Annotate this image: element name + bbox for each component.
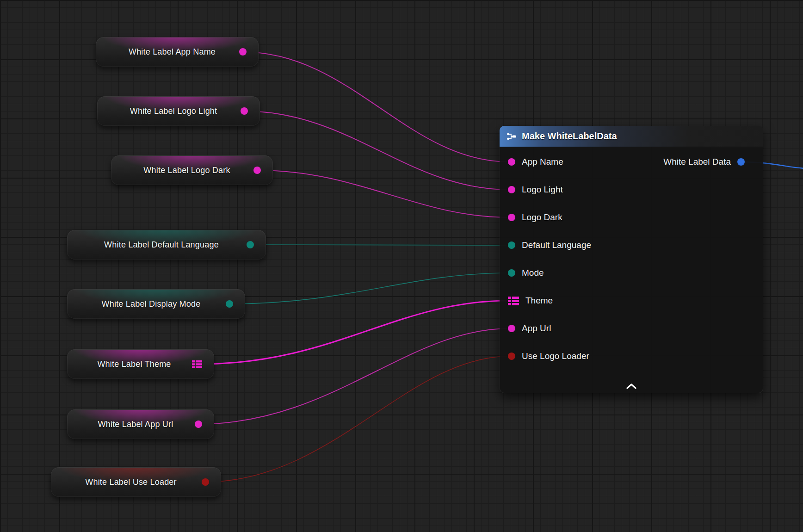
string-pin-icon xyxy=(239,48,247,56)
node-white-label-logo-dark[interactable]: White Label Logo Dark xyxy=(111,155,273,185)
string-pin-icon xyxy=(508,186,515,193)
node-white-label-app-url[interactable]: White Label App Url xyxy=(67,409,214,439)
pin-label: App Url xyxy=(522,323,551,334)
pin-default-language-input[interactable] xyxy=(508,241,515,249)
output-row-white-label-data: White Label Data xyxy=(663,148,763,176)
node-header[interactable]: Make WhiteLabelData xyxy=(500,126,763,147)
input-pin-list: App Name Logo Light Logo Dark Default La… xyxy=(500,148,763,370)
node-make-whitelabeldata[interactable]: Make WhiteLabelData App Name Logo Light … xyxy=(500,126,763,393)
input-row-logo-dark: Logo Dark xyxy=(500,204,763,231)
string-pin-icon xyxy=(508,158,515,166)
pin-app-name-input[interactable] xyxy=(508,158,515,166)
wire-display-mode[interactable] xyxy=(229,273,510,304)
make-struct-icon xyxy=(506,131,517,142)
node-white-label-app-name[interactable]: White Label App Name xyxy=(96,37,259,67)
pin-logo-dark-input[interactable] xyxy=(508,214,515,221)
input-row-use-logo-loader: Use Logo Loader xyxy=(500,342,763,370)
pin-label: Use Logo Loader xyxy=(522,351,589,361)
string-pin-icon xyxy=(253,167,261,174)
pin-white-label-use-loader-output[interactable] xyxy=(202,478,209,486)
pin-label: App Name xyxy=(522,157,563,167)
input-row-logo-light: Logo Light xyxy=(500,176,763,204)
pin-logo-light-input[interactable] xyxy=(508,186,515,193)
pin-white-label-theme-output[interactable] xyxy=(192,360,202,368)
pin-label: Theme xyxy=(525,296,553,306)
pin-mode-input[interactable] xyxy=(508,269,515,277)
object-pin-icon xyxy=(737,158,745,166)
pin-white-label-display-mode-output[interactable] xyxy=(226,300,233,308)
pin-label: Logo Light xyxy=(522,185,563,195)
node-label: White Label Logo Dark xyxy=(111,166,249,175)
pin-label: White Label Data xyxy=(663,157,731,167)
wire-app-name[interactable] xyxy=(242,52,510,162)
chevron-up-icon xyxy=(626,383,637,389)
node-white-label-use-loader[interactable]: White Label Use Loader xyxy=(51,467,221,497)
node-label: White Label App Url xyxy=(67,420,190,429)
collapse-node-button[interactable] xyxy=(621,380,642,391)
node-label: White Label Default Language xyxy=(67,240,242,250)
string-pin-icon xyxy=(195,421,202,428)
string-pin-icon xyxy=(508,325,515,332)
wire-app-url[interactable] xyxy=(198,328,510,424)
pin-white-label-logo-dark-output[interactable] xyxy=(253,167,261,174)
node-white-label-logo-light[interactable]: White Label Logo Light xyxy=(97,96,260,126)
enum-pin-icon xyxy=(226,300,233,308)
wire-logo-dark[interactable] xyxy=(256,170,510,217)
wire-logo-light[interactable] xyxy=(243,111,510,190)
pin-theme-input[interactable] xyxy=(508,297,519,305)
input-row-mode: Mode xyxy=(500,259,763,287)
pin-use-logo-loader-input[interactable] xyxy=(508,353,515,360)
input-row-app-url: App Url xyxy=(500,315,763,342)
pin-white-label-data-output[interactable] xyxy=(737,158,745,166)
node-white-label-theme[interactable]: White Label Theme xyxy=(67,349,214,379)
pin-label: Default Language xyxy=(522,240,591,250)
pin-white-label-default-language-output[interactable] xyxy=(247,241,254,248)
wire-default-language[interactable] xyxy=(249,245,510,245)
struct-pin-icon xyxy=(508,297,519,305)
struct-pin-icon xyxy=(192,360,202,368)
node-label: White Label Logo Light xyxy=(97,106,236,116)
pin-white-label-app-url-output[interactable] xyxy=(195,421,202,428)
wire-theme[interactable] xyxy=(200,301,508,364)
bool-pin-icon xyxy=(202,478,209,486)
node-label: White Label Display Mode xyxy=(67,299,221,309)
pin-label: Logo Dark xyxy=(522,212,562,223)
input-row-theme: Theme xyxy=(500,287,763,315)
blueprint-canvas[interactable]: White Label App Name White Label Logo Li… xyxy=(0,0,803,532)
string-pin-icon xyxy=(508,214,515,221)
pin-white-label-app-name-output[interactable] xyxy=(239,48,247,56)
node-label: White Label Theme xyxy=(67,359,187,369)
node-title: Make WhiteLabelData xyxy=(522,131,617,142)
enum-pin-icon xyxy=(508,269,515,277)
pin-white-label-logo-light-output[interactable] xyxy=(241,107,248,115)
pin-app-url-input[interactable] xyxy=(508,325,515,332)
node-label: White Label App Name xyxy=(96,47,235,57)
node-white-label-default-language[interactable]: White Label Default Language xyxy=(67,230,266,260)
node-label: White Label Use Loader xyxy=(51,477,197,487)
string-pin-icon xyxy=(241,107,248,115)
node-white-label-display-mode[interactable]: White Label Display Mode xyxy=(67,289,245,319)
input-row-default-language: Default Language xyxy=(500,231,763,259)
enum-pin-icon xyxy=(508,241,515,249)
bool-pin-icon xyxy=(508,353,515,360)
enum-pin-icon xyxy=(247,241,254,248)
pin-label: Mode xyxy=(522,268,544,278)
